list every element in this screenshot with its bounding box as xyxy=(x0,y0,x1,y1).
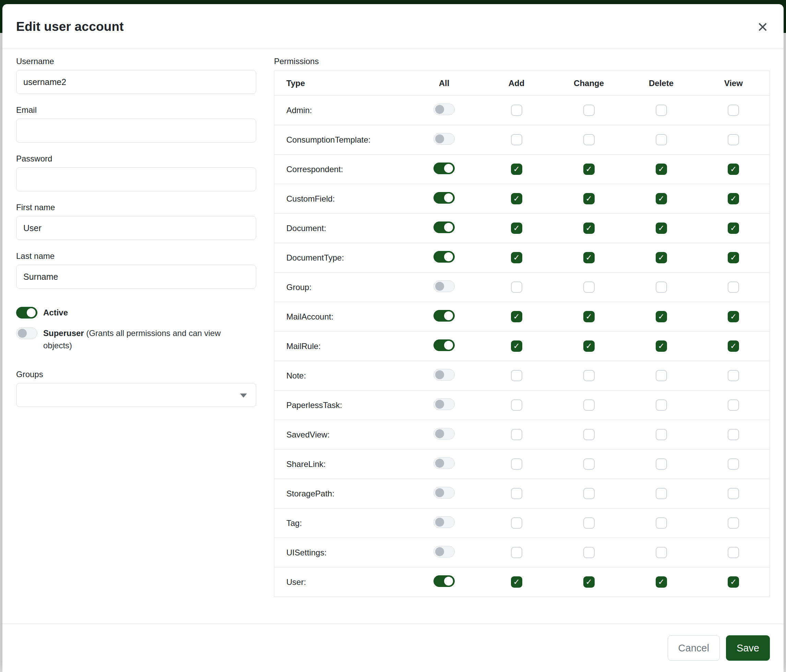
permission-change-checkbox[interactable] xyxy=(583,252,595,263)
permission-change-checkbox[interactable] xyxy=(583,399,595,411)
permission-all-toggle[interactable] xyxy=(434,310,455,322)
permission-delete-checkbox[interactable] xyxy=(656,399,667,411)
permission-type-label: Group: xyxy=(274,273,408,302)
permission-view-checkbox[interactable] xyxy=(728,311,739,322)
permission-view-checkbox[interactable] xyxy=(728,547,739,558)
permission-view-checkbox[interactable] xyxy=(728,429,739,440)
superuser-toggle[interactable] xyxy=(16,327,38,339)
permission-view-checkbox[interactable] xyxy=(728,488,739,499)
permission-view-checkbox[interactable] xyxy=(728,193,739,204)
permission-delete-checkbox[interactable] xyxy=(656,429,667,440)
password-field[interactable] xyxy=(16,167,256,191)
permission-change-checkbox[interactable] xyxy=(583,458,595,470)
permission-view-checkbox[interactable] xyxy=(728,370,739,381)
permission-change-checkbox[interactable] xyxy=(583,134,595,145)
permission-delete-checkbox[interactable] xyxy=(656,163,667,175)
cancel-button[interactable]: Cancel xyxy=(668,635,720,661)
permission-view-checkbox[interactable] xyxy=(728,341,739,352)
permission-change-checkbox[interactable] xyxy=(583,193,595,204)
permission-view-checkbox[interactable] xyxy=(728,399,739,411)
permission-all-toggle[interactable] xyxy=(434,163,455,174)
permission-type-label: ShareLink: xyxy=(274,449,408,479)
permission-add-checkbox[interactable] xyxy=(511,281,522,293)
permission-view-checkbox[interactable] xyxy=(728,517,739,529)
permission-delete-checkbox[interactable] xyxy=(656,458,667,470)
permission-all-toggle[interactable] xyxy=(434,517,455,528)
permission-change-checkbox[interactable] xyxy=(583,370,595,381)
permission-add-checkbox[interactable] xyxy=(511,370,522,381)
permission-all-toggle[interactable] xyxy=(434,369,455,381)
permission-change-checkbox[interactable] xyxy=(583,576,595,588)
permission-delete-checkbox[interactable] xyxy=(656,341,667,352)
permission-delete-checkbox[interactable] xyxy=(656,134,667,145)
permission-delete-checkbox[interactable] xyxy=(656,281,667,293)
permission-all-toggle[interactable] xyxy=(434,104,455,115)
username-input[interactable] xyxy=(16,70,256,94)
permission-add-checkbox[interactable] xyxy=(511,517,522,529)
permission-change-checkbox[interactable] xyxy=(583,488,595,499)
permission-add-checkbox[interactable] xyxy=(511,311,522,322)
permission-add-checkbox[interactable] xyxy=(511,458,522,470)
permission-all-toggle[interactable] xyxy=(434,281,455,292)
permission-add-checkbox[interactable] xyxy=(511,488,522,499)
permission-change-checkbox[interactable] xyxy=(583,281,595,293)
first-name-field[interactable] xyxy=(16,216,256,240)
email-field[interactable] xyxy=(16,119,256,143)
permission-delete-checkbox[interactable] xyxy=(656,311,667,322)
permission-delete-checkbox[interactable] xyxy=(656,252,667,263)
permission-view-checkbox[interactable] xyxy=(728,163,739,175)
permission-change-checkbox[interactable] xyxy=(583,517,595,529)
permission-row: PaperlessTask: xyxy=(274,391,770,420)
permission-delete-checkbox[interactable] xyxy=(656,517,667,529)
permission-change-checkbox[interactable] xyxy=(583,105,595,116)
permission-all-toggle[interactable] xyxy=(434,133,455,145)
permission-view-checkbox[interactable] xyxy=(728,458,739,470)
permission-view-checkbox[interactable] xyxy=(728,105,739,116)
permission-all-toggle[interactable] xyxy=(434,339,455,351)
permission-all-toggle[interactable] xyxy=(434,575,455,587)
permission-change-checkbox[interactable] xyxy=(583,341,595,352)
permission-change-checkbox[interactable] xyxy=(583,223,595,234)
permission-add-checkbox[interactable] xyxy=(511,223,522,234)
permission-view-checkbox[interactable] xyxy=(728,252,739,263)
permission-delete-checkbox[interactable] xyxy=(656,576,667,588)
active-toggle[interactable] xyxy=(16,307,38,319)
permission-delete-checkbox[interactable] xyxy=(656,193,667,204)
permission-add-checkbox[interactable] xyxy=(511,576,522,588)
permission-delete-checkbox[interactable] xyxy=(656,547,667,558)
permission-all-toggle[interactable] xyxy=(434,487,455,499)
permission-all-toggle[interactable] xyxy=(434,546,455,557)
permission-change-checkbox[interactable] xyxy=(583,547,595,558)
permission-change-checkbox[interactable] xyxy=(583,311,595,322)
permission-delete-checkbox[interactable] xyxy=(656,223,667,234)
permission-delete-checkbox[interactable] xyxy=(656,370,667,381)
permission-view-checkbox[interactable] xyxy=(728,576,739,588)
permission-view-checkbox[interactable] xyxy=(728,223,739,234)
permission-view-checkbox[interactable] xyxy=(728,134,739,145)
close-icon[interactable]: × xyxy=(756,18,770,36)
permission-change-checkbox[interactable] xyxy=(583,163,595,175)
permission-delete-checkbox[interactable] xyxy=(656,105,667,116)
permission-add-checkbox[interactable] xyxy=(511,399,522,411)
permission-all-toggle[interactable] xyxy=(434,251,455,263)
permission-all-toggle[interactable] xyxy=(434,428,455,440)
permission-delete-checkbox[interactable] xyxy=(656,488,667,499)
permission-all-toggle[interactable] xyxy=(434,192,455,204)
permission-add-checkbox[interactable] xyxy=(511,163,522,175)
permission-add-checkbox[interactable] xyxy=(511,429,522,440)
permission-add-checkbox[interactable] xyxy=(511,134,522,145)
permission-row: StoragePath: xyxy=(274,479,770,509)
permission-view-checkbox[interactable] xyxy=(728,281,739,293)
permission-add-checkbox[interactable] xyxy=(511,341,522,352)
permission-add-checkbox[interactable] xyxy=(511,193,522,204)
permission-all-toggle[interactable] xyxy=(434,399,455,410)
permission-add-checkbox[interactable] xyxy=(511,252,522,263)
groups-select[interactable] xyxy=(16,383,256,407)
save-button[interactable]: Save xyxy=(726,635,770,661)
permission-add-checkbox[interactable] xyxy=(511,547,522,558)
permission-change-checkbox[interactable] xyxy=(583,429,595,440)
permission-all-toggle[interactable] xyxy=(434,221,455,233)
permission-all-toggle[interactable] xyxy=(434,457,455,469)
last-name-field[interactable] xyxy=(16,265,256,289)
permission-add-checkbox[interactable] xyxy=(511,105,522,116)
